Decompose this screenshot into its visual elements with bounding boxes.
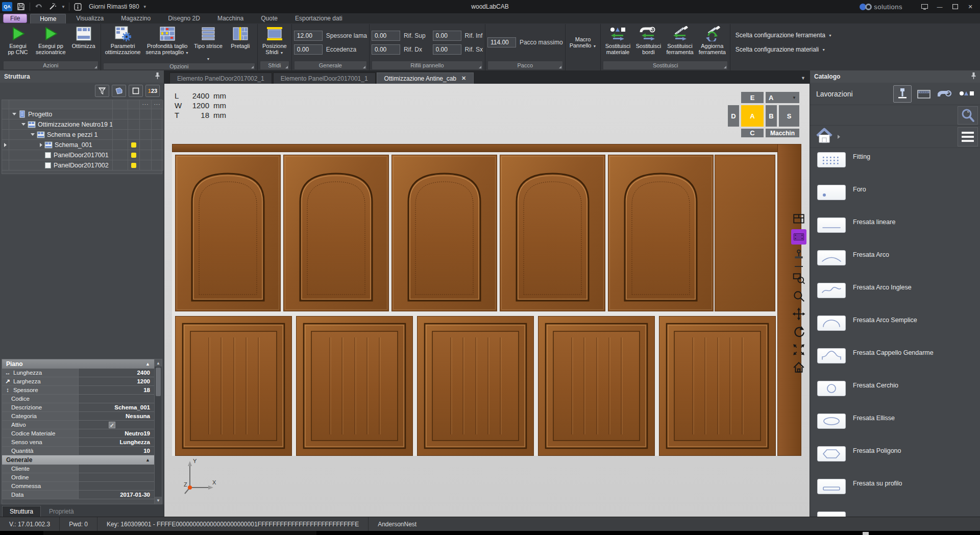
panel-door-arched-4[interactable]	[500, 155, 605, 311]
chevron-down-icon[interactable]: ▼	[61, 5, 65, 9]
catalog-item[interactable]: Fresata Poligono	[810, 442, 980, 475]
numbers-icon[interactable]: 123	[145, 85, 160, 97]
tree-col-dots[interactable]: ···	[152, 100, 163, 109]
tree-caret-icon[interactable]	[21, 123, 26, 126]
panel-door-flat-5[interactable]	[659, 316, 776, 456]
panel-door-flat-3[interactable]	[417, 316, 534, 456]
zoom-window-icon[interactable]	[791, 271, 806, 286]
property-value[interactable]: ✓	[79, 421, 154, 429]
view-e-button[interactable]: E	[741, 92, 764, 103]
tree-row[interactable]: PanelDoor2017002	[2, 160, 162, 171]
tree-caret-icon[interactable]	[12, 113, 16, 115]
tree-node-label[interactable]: PanelDoor2017001	[54, 152, 109, 159]
catalog-item[interactable]: Fresata lineare	[810, 213, 980, 246]
strip-type-button[interactable]: Tipo strisce ▼	[192, 24, 225, 63]
tree-row[interactable]: Schema e pezzi 1	[2, 130, 162, 140]
search-icon[interactable]	[958, 106, 978, 125]
dialog-launcher-icon[interactable]	[251, 66, 254, 68]
catalog-item[interactable]: Fresata Cappello Gendarme	[810, 344, 980, 377]
home-view-icon[interactable]	[791, 360, 806, 375]
hardware-config-dropdown[interactable]: Scelta configurazione ferramenta▼	[732, 31, 835, 40]
info-icon[interactable]	[73, 2, 83, 11]
maximize-button[interactable]	[948, 2, 962, 11]
catalog-item[interactable]: Fresata Cerchio	[810, 377, 980, 409]
stamp-icon[interactable]	[791, 247, 806, 262]
filter-icon[interactable]	[95, 85, 109, 97]
tree-node-label[interactable]: Ottimizzazione Neutro19 18	[38, 121, 113, 128]
schema-view-icon[interactable]	[791, 211, 806, 227]
tree-caret-icon[interactable]	[40, 143, 42, 147]
sheet-icon[interactable]	[112, 85, 126, 97]
property-value[interactable]	[79, 395, 154, 403]
menu-item-macchina[interactable]: Macchina	[210, 14, 251, 23]
section-header-generale[interactable]: Generale▲	[2, 455, 154, 465]
menu-item-magazzino[interactable]: Magazzino	[114, 14, 158, 23]
view-a-dropdown[interactable]: A▼	[766, 92, 799, 103]
tree-col-dots[interactable]: ···	[140, 100, 152, 109]
trim-bottom-field[interactable]	[433, 31, 461, 41]
tree-row[interactable]: Progetto	[2, 109, 162, 119]
tab-ottimizzazione-antine[interactable]: Ottimizzazione Antine_cab✕	[377, 72, 474, 84]
menu-item-disegno2d[interactable]: Disegno 2D	[161, 14, 207, 23]
catalog-item[interactable]: Foro	[810, 181, 980, 213]
replace-edges-button[interactable]: Sostituisci bordi	[633, 24, 663, 61]
update-hardware-button[interactable]: Aggiorna ferramenta	[697, 24, 728, 61]
property-value[interactable]: 2400	[79, 369, 154, 377]
materials-config-dropdown[interactable]: Scelta configurazione materiali▼	[732, 45, 835, 54]
catalog-item[interactable]: Fitting	[810, 148, 980, 181]
panel-door-flat-1[interactable]	[175, 316, 292, 456]
menu-item-file[interactable]: File	[3, 14, 27, 23]
property-value[interactable]: Lunghezza	[79, 438, 154, 446]
catalog-item[interactable]: Fresata Arco Inglese	[810, 279, 980, 311]
save-icon[interactable]	[16, 2, 26, 11]
tab-proprieta[interactable]: Proprietà	[42, 506, 81, 517]
collapse-icon[interactable]: ▲	[145, 361, 150, 367]
chevron-down-icon[interactable]: ▼	[143, 5, 147, 9]
catalog-item[interactable]: Fresata Arco Semplice	[810, 311, 980, 344]
catalog-item-partial[interactable]	[810, 507, 980, 517]
menu-item-esportazione[interactable]: Esportazione dati	[288, 14, 350, 23]
pin-icon[interactable]	[155, 72, 160, 81]
undo-icon[interactable]	[34, 2, 44, 11]
tab-list-dropdown-icon[interactable]: ▼	[801, 76, 805, 81]
board-view-icon[interactable]	[791, 229, 806, 245]
panel-door-arched-2[interactable]	[283, 155, 389, 311]
property-value[interactable]: 2017-01-30	[79, 491, 154, 499]
rotate-icon[interactable]	[791, 324, 806, 339]
scroll-up-icon[interactable]: ▲	[155, 359, 162, 367]
active-checkbox[interactable]: ✓	[109, 422, 115, 428]
scroll-down-icon[interactable]: ▼	[155, 497, 162, 504]
dialog-launcher-icon[interactable]	[559, 66, 561, 68]
trim-top-field[interactable]	[372, 31, 400, 41]
home-icon[interactable]	[815, 128, 834, 146]
trim-left-field[interactable]	[433, 44, 461, 55]
property-value[interactable]: Neutro19	[79, 429, 154, 437]
board-panel[interactable]	[172, 144, 801, 456]
optimization-canvas[interactable]: L2400mm W1200mm T18mm E A▼ D A B S C Mac…	[164, 84, 810, 517]
machinings-tab-icon[interactable]	[893, 85, 912, 103]
property-value[interactable]: 18	[79, 386, 154, 394]
tree-node-label[interactable]: PanelDoor2017002	[54, 162, 109, 169]
catalog-item[interactable]: Fresata su profilo	[810, 475, 980, 507]
replace-hardware-button[interactable]: Sostituisci ferramenta	[664, 24, 695, 61]
property-value[interactable]	[79, 465, 154, 473]
fittings-tab-icon[interactable]	[915, 85, 933, 103]
cut-depth-button[interactable]: Profondità taglio senza pretaglio ▼	[143, 24, 191, 63]
catalog-item[interactable]: Fresata Arco	[810, 246, 980, 279]
macro-panel-button[interactable]: Macro Pannello ▼	[568, 24, 599, 61]
tree-row[interactable]: PanelDoor2017001	[2, 150, 162, 160]
offcut-position-button[interactable]: Posizione Sfridi ▼	[260, 24, 289, 61]
view-d-button[interactable]: D	[728, 105, 739, 127]
close-button[interactable]: ✕	[964, 2, 977, 11]
panel-door-arched-5[interactable]	[608, 155, 714, 311]
panel-door-flat-2[interactable]	[296, 316, 413, 456]
properties-scrollbar[interactable]: ▲ ▼	[154, 359, 162, 504]
optimization-params-button[interactable]: Parametri ottimizzazione	[103, 24, 143, 63]
fit-extents-icon[interactable]	[791, 342, 806, 357]
panel-outline-icon[interactable]	[129, 85, 143, 97]
board-top-rail[interactable]	[172, 144, 801, 152]
qa-badge[interactable]: QA	[2, 2, 12, 11]
view-c-button[interactable]: C	[741, 129, 764, 137]
run-saw-button[interactable]: Esegui pp sezionatrice	[34, 24, 68, 61]
materials-tab-icon[interactable]	[958, 85, 976, 103]
